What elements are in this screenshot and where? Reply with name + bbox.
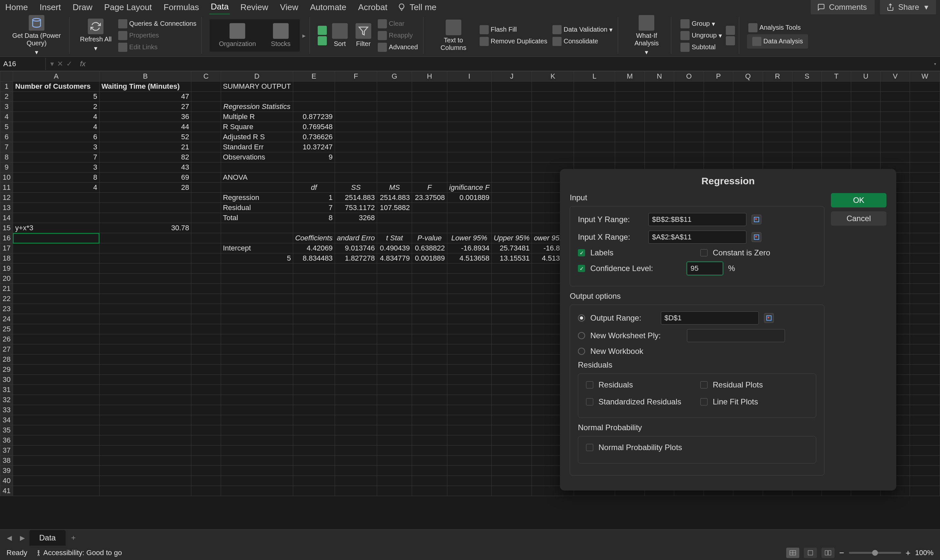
cell-A22[interactable]	[13, 294, 99, 304]
cell-W12[interactable]	[910, 193, 940, 203]
cell-Q1[interactable]	[733, 82, 763, 92]
cell-C24[interactable]	[191, 314, 221, 324]
cell-K7[interactable]	[532, 142, 574, 152]
cell-B35[interactable]	[99, 425, 191, 435]
cell-C23[interactable]	[191, 304, 221, 314]
cell-V8[interactable]	[881, 152, 910, 162]
cell-T5[interactable]	[822, 122, 851, 132]
cell-G31[interactable]	[377, 385, 412, 395]
cell-W8[interactable]	[910, 152, 940, 162]
cell-K5[interactable]	[532, 122, 574, 132]
cell-J41[interactable]	[492, 486, 532, 496]
cell-C25[interactable]	[191, 324, 221, 334]
row-header-23[interactable]: 23	[0, 304, 13, 314]
cell-J28[interactable]	[492, 354, 532, 365]
cell-A41[interactable]	[13, 486, 99, 496]
cell-S4[interactable]	[792, 112, 821, 122]
cell-D19[interactable]	[221, 263, 293, 274]
cell-R5[interactable]	[763, 122, 792, 132]
cell-C31[interactable]	[191, 385, 221, 395]
cell-C27[interactable]	[191, 345, 221, 354]
cell-I20[interactable]	[447, 274, 492, 284]
cell-D13[interactable]: Residual	[221, 203, 293, 213]
cell-I37[interactable]	[447, 446, 492, 455]
cell-A15[interactable]: y+x*3	[13, 223, 99, 233]
row-header-15[interactable]: 15	[0, 223, 13, 233]
cell-H13[interactable]	[412, 203, 447, 213]
cell-D38[interactable]	[221, 455, 293, 466]
name-box-dropdown-icon[interactable]: ▾	[50, 60, 54, 68]
cell-E26[interactable]	[293, 334, 335, 345]
cell-I21[interactable]	[447, 284, 492, 294]
tab-data[interactable]: Data	[209, 0, 230, 15]
cell-I19[interactable]	[447, 263, 492, 274]
output-range-picker[interactable]	[764, 313, 774, 323]
cell-I2[interactable]	[447, 92, 492, 102]
filter-button[interactable]: Filter	[353, 22, 374, 49]
column-header-N[interactable]: N	[645, 71, 674, 82]
cell-V1[interactable]	[881, 82, 910, 92]
cell-C38[interactable]	[191, 455, 221, 466]
cell-W39[interactable]	[910, 466, 940, 476]
cell-F11[interactable]: SS	[335, 183, 377, 193]
cell-T1[interactable]	[822, 82, 851, 92]
row-header-5[interactable]: 5	[0, 122, 13, 132]
row-header-36[interactable]: 36	[0, 435, 13, 446]
std-residuals-checkbox[interactable]	[586, 398, 593, 405]
cell-C41[interactable]	[191, 486, 221, 496]
row-header-19[interactable]: 19	[0, 263, 13, 274]
cell-D41[interactable]	[221, 486, 293, 496]
row-header-10[interactable]: 10	[0, 172, 13, 183]
cell-A30[interactable]	[13, 375, 99, 385]
cell-G13[interactable]: 107.5882	[377, 203, 412, 213]
cell-W7[interactable]	[910, 142, 940, 152]
cell-D30[interactable]	[221, 375, 293, 385]
cell-L3[interactable]	[574, 102, 615, 112]
input-x-range[interactable]	[648, 231, 746, 244]
cell-C11[interactable]	[191, 183, 221, 193]
cell-L2[interactable]	[574, 92, 615, 102]
column-header-M[interactable]: M	[615, 71, 645, 82]
column-header-I[interactable]: I	[447, 71, 492, 82]
cell-V7[interactable]	[881, 142, 910, 152]
cell-W19[interactable]	[910, 263, 940, 274]
cell-C17[interactable]	[191, 243, 221, 254]
cell-G19[interactable]	[377, 263, 412, 274]
cell-A19[interactable]	[13, 263, 99, 274]
cell-A7[interactable]: 3	[13, 142, 99, 152]
cell-F31[interactable]	[335, 385, 377, 395]
page-layout-view-button[interactable]	[804, 548, 817, 558]
normal-view-button[interactable]	[786, 548, 799, 558]
column-header-D[interactable]: D	[221, 71, 293, 82]
cell-C33[interactable]	[191, 405, 221, 415]
cell-T2[interactable]	[822, 92, 851, 102]
cell-W40[interactable]	[910, 476, 940, 486]
cell-J31[interactable]	[492, 385, 532, 395]
cell-O7[interactable]	[674, 142, 704, 152]
row-header-40[interactable]: 40	[0, 476, 13, 486]
cell-A18[interactable]	[13, 254, 99, 263]
analysis-tools-button[interactable]: Analysis Tools	[747, 23, 808, 33]
cell-J19[interactable]	[492, 263, 532, 274]
cell-W26[interactable]	[910, 334, 940, 345]
cell-C14[interactable]	[191, 213, 221, 223]
cell-B41[interactable]	[99, 486, 191, 496]
cell-A12[interactable]	[13, 193, 99, 203]
cell-F16[interactable]: andard Erro	[335, 233, 377, 243]
tab-automate[interactable]: Automate	[309, 0, 348, 14]
cell-J36[interactable]	[492, 435, 532, 446]
cell-J24[interactable]	[492, 314, 532, 324]
remove-duplicates-button[interactable]: Remove Duplicates	[478, 36, 548, 47]
cell-F41[interactable]	[335, 486, 377, 496]
cell-G16[interactable]: t Stat	[377, 233, 412, 243]
cell-G18[interactable]: 4.834779	[377, 254, 412, 263]
cell-M8[interactable]	[615, 152, 645, 162]
cell-J33[interactable]	[492, 405, 532, 415]
cell-B32[interactable]	[99, 395, 191, 405]
cell-P3[interactable]	[704, 102, 733, 112]
cell-N1[interactable]	[645, 82, 674, 92]
cell-E16[interactable]: Coefficients	[293, 233, 335, 243]
cell-J7[interactable]	[492, 142, 532, 152]
cell-K6[interactable]	[532, 132, 574, 142]
cell-H2[interactable]	[412, 92, 447, 102]
